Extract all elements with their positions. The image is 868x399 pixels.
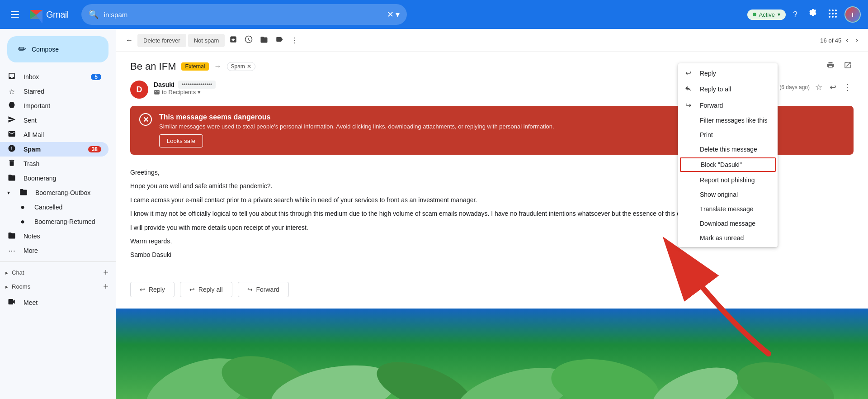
context-menu-block[interactable]: Block "Dasuki" — [680, 157, 776, 172]
help-icon[interactable]: ? — [789, 6, 801, 23]
email-subject: Be an IFM — [130, 61, 176, 72]
settings-icon[interactable] — [805, 5, 821, 24]
danger-icon: ✕ — [139, 113, 152, 126]
context-menu-download[interactable]: Download message — [678, 216, 778, 231]
active-status[interactable]: Active ▾ — [747, 10, 786, 20]
sidebar-item-important[interactable]: Important — [0, 99, 108, 113]
sidebar-item-boomerang-returned[interactable]: ● Boomerang-Returned — [0, 214, 108, 229]
sidebar-item-all-mail[interactable]: All Mail — [0, 128, 108, 142]
context-download-label: Download message — [700, 220, 755, 227]
not-spam-button[interactable]: Not spam — [188, 34, 225, 47]
prev-email-button[interactable]: ‹ — [843, 33, 851, 47]
spam-tag-label: Spam — [231, 63, 245, 70]
more-label: More — [24, 247, 101, 254]
trash-icon — [7, 159, 16, 169]
reply-all-btn-label: Reply all — [198, 286, 223, 293]
chat-label: Chat — [12, 269, 24, 276]
print-icon[interactable] — [825, 59, 836, 73]
more-icon: ⋯ — [7, 247, 16, 255]
context-menu-delete[interactable]: Delete this message — [678, 142, 778, 157]
body-line-7: Sambo Dasuki — [130, 250, 854, 260]
to-recipients-label: to Recipients — [162, 89, 196, 95]
recipients-dropdown-icon[interactable]: ▾ — [198, 89, 201, 95]
sidebar-item-more[interactable]: ⋯ More — [0, 243, 108, 258]
forward-small-icon[interactable]: → — [214, 62, 222, 71]
sender-to[interactable]: to Recipients ▾ — [154, 89, 727, 95]
more-actions-icon[interactable]: ⋮ — [288, 33, 301, 48]
sidebar-item-boomerang[interactable]: Boomerang — [0, 171, 108, 185]
cancelled-icon: ● — [18, 203, 27, 211]
not-spam-label: Not spam — [194, 37, 219, 44]
spam-tag-remove-icon[interactable]: ✕ — [247, 63, 251, 70]
account-avatar[interactable]: I — [844, 6, 861, 23]
reply-button[interactable]: ↩ Reply — [130, 282, 175, 297]
bottom-decorative-area — [116, 309, 868, 399]
context-translate-label: Translate message — [700, 205, 754, 213]
danger-title: This message seems dangerous — [159, 113, 554, 121]
reply-all-button[interactable]: ↩ Reply all — [180, 282, 232, 297]
sidebar-item-sent[interactable]: Sent — [0, 113, 108, 128]
apps-icon[interactable] — [825, 5, 841, 24]
svg-point-4 — [829, 10, 830, 11]
search-clear-icon[interactable]: ✕ — [387, 10, 394, 19]
context-reply-label: Reply — [700, 70, 716, 77]
svg-point-11 — [832, 16, 834, 18]
context-menu-print[interactable]: Print — [678, 128, 778, 142]
context-menu-reply-all[interactable]: Reply to all — [678, 81, 778, 97]
search-input[interactable] — [104, 11, 383, 19]
rooms-plus-icon[interactable]: + — [103, 281, 108, 292]
spam-label: Spam — [24, 146, 81, 153]
context-report-label: Report not phishing — [700, 176, 755, 184]
external-tag: External — [181, 62, 208, 71]
looks-safe-button[interactable]: Looks safe — [159, 134, 203, 147]
context-menu-translate[interactable]: Translate message — [678, 202, 778, 216]
svg-rect-2 — [11, 17, 19, 18]
active-chevron-icon: ▾ — [778, 11, 780, 18]
sidebar-item-trash[interactable]: Trash — [0, 157, 108, 171]
context-menu-forward[interactable]: ↪ Forward — [678, 97, 778, 113]
chat-plus-icon[interactable]: + — [103, 267, 108, 278]
sidebar-item-inbox[interactable]: Inbox 5 — [0, 70, 108, 84]
menu-icon[interactable] — [7, 6, 23, 24]
compose-label: Compose — [32, 46, 59, 53]
sidebar: ✏ Compose Inbox 5 ☆ Starred Important — [0, 29, 116, 399]
rooms-section[interactable]: ▸ Rooms + — [0, 280, 116, 294]
context-menu-mark-unread[interactable]: Mark as unread — [678, 231, 778, 245]
reply-icon[interactable]: ↩ — [828, 81, 838, 94]
notes-label: Notes — [24, 233, 101, 240]
active-label: Active — [759, 11, 775, 18]
move-icon[interactable] — [257, 33, 271, 48]
svg-point-12 — [835, 16, 837, 18]
sidebar-item-starred[interactable]: ☆ Starred — [0, 84, 108, 99]
reply-btn-icon: ↩ — [140, 286, 145, 293]
to-icon — [154, 89, 160, 95]
delete-forever-button[interactable]: Delete forever — [137, 34, 186, 47]
context-menu-reply[interactable]: ↩ Reply — [678, 65, 778, 81]
topbar: Gmail 🔍 ✕ ▾ Active ▾ ? I — [0, 0, 868, 29]
boomerang-icon — [7, 173, 16, 183]
star-icon[interactable]: ☆ — [813, 81, 824, 94]
back-icon[interactable]: ← — [123, 33, 136, 47]
context-menu-filter[interactable]: Filter messages like this — [678, 113, 778, 128]
compose-button[interactable]: ✏ Compose — [7, 36, 108, 62]
sidebar-item-spam[interactable]: Spam 38 — [0, 142, 108, 157]
sidebar-item-cancelled[interactable]: ● Cancelled — [0, 200, 108, 214]
forward-button[interactable]: ↪ Forward — [238, 282, 289, 297]
next-email-button[interactable]: › — [853, 33, 861, 47]
archive-icon[interactable] — [226, 33, 240, 48]
search-dropdown-icon[interactable]: ▾ — [396, 10, 400, 19]
context-menu-report-phishing[interactable]: Report not phishing — [678, 173, 778, 187]
starred-label: Starred — [24, 88, 101, 95]
more-email-options-icon[interactable]: ⋮ — [842, 81, 854, 94]
chat-section[interactable]: ▸ Chat + — [0, 266, 116, 280]
sent-icon — [7, 115, 16, 125]
sidebar-item-notes[interactable]: Notes — [0, 229, 108, 243]
snooze-icon[interactable] — [242, 33, 255, 48]
sidebar-item-meet[interactable]: Meet — [0, 295, 108, 310]
open-new-tab-icon[interactable] — [842, 59, 854, 73]
sidebar-item-boomerang-outbox[interactable]: ▾ Boomerang-Outbox — [0, 185, 108, 200]
sender-info: Dasuki •••••••••••••••• to Recipients ▾ — [154, 81, 727, 95]
label-icon[interactable] — [273, 33, 286, 48]
svg-point-10 — [829, 16, 830, 18]
context-menu-show-original[interactable]: Show original — [678, 187, 778, 202]
